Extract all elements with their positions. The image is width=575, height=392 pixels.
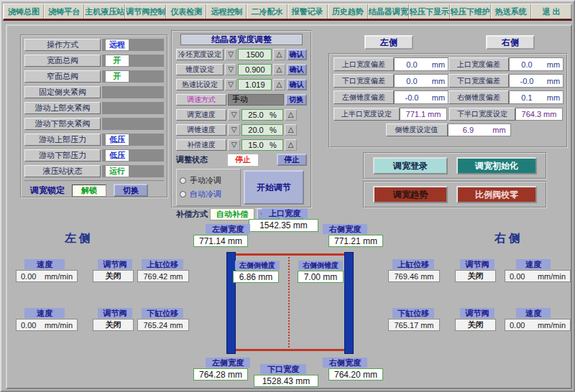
taper-set-value: 0.900 xyxy=(238,64,272,75)
right-taper-dev-value: 0.1 xyxy=(510,93,544,102)
manual-cold-adjust-option[interactable]: 手动冷调 xyxy=(180,175,237,186)
prop-valve-zero-button[interactable]: 比例阀校零 xyxy=(456,186,537,203)
cold-width-set-value: 1500 xyxy=(238,49,272,60)
taper-spin-up-icon[interactable]: △ xyxy=(273,64,285,75)
taper-speed-row: 调锥速度 ▽ 20.0 % △ xyxy=(176,123,307,136)
taper-confirm-button[interactable]: 确认 xyxy=(287,64,307,75)
speed-mode-row: 调速方式 手动 切换 xyxy=(176,93,307,106)
right-taper-value: 7.00 mm xyxy=(298,271,344,283)
menu-item-casting-platform[interactable]: 浇铸平台 xyxy=(44,4,84,19)
adjust-state-label: 调整状态 xyxy=(176,154,226,165)
auto-cold-radio-icon[interactable] xyxy=(180,191,186,197)
taper-spin-down-icon[interactable]: ▽ xyxy=(225,64,236,75)
menu-item-hot-delivery[interactable]: 热送系统 xyxy=(491,4,531,19)
menu-item-casting-overview[interactable]: 浇铸总图 xyxy=(4,4,44,19)
right-taper-dev-label: 右侧锥度偏差 xyxy=(448,90,509,104)
comp-speed-spin-down-icon[interactable]: ▽ xyxy=(228,139,240,151)
taper-speed-label: 调锥速度 xyxy=(176,124,226,136)
left-speed-1-value: 0.00 xyxy=(21,272,36,281)
left-taper-dev-label: 左侧锥度偏差 xyxy=(334,90,394,104)
cold-width-spin-up-icon[interactable]: △ xyxy=(273,49,285,60)
fixed-side-clamp-strip xyxy=(102,86,164,98)
narrow-face-valve-label: 窄面总阀 xyxy=(24,70,101,83)
manual-cold-radio-icon[interactable] xyxy=(180,177,186,184)
left-taper-label: 左侧倒锥度 xyxy=(235,261,280,270)
width-speed-row: 调宽速度 ▽ 25.0 % △ xyxy=(176,108,307,121)
left-speed-1-label: 速度 xyxy=(24,259,65,269)
hydraulic-state-value: 运行 xyxy=(106,166,129,177)
status-row-loose-upper-clamp: 游动上部夹紧阀 xyxy=(24,101,164,115)
start-adjust-button[interactable]: 开始调节 xyxy=(244,170,304,205)
mold-top-line xyxy=(236,253,344,256)
cold-width-confirm-button[interactable]: 确认 xyxy=(287,49,307,60)
bottom-width-label: 下口宽度 xyxy=(260,364,306,374)
stop-button[interactable]: 停止 xyxy=(277,154,307,166)
lower-width-set-label: 下半口宽度设定 xyxy=(449,108,515,121)
width-adjust-panel: 结晶器宽度调整 冷坯宽度设定 ▽ 1500 △ 确认 锥度设定 ▽ 0.900 … xyxy=(171,30,312,208)
comp-speed-label: 补偿速度 xyxy=(176,139,226,151)
right-taper-dev-unit: mm xyxy=(544,93,563,102)
cold-width-spin-down-icon[interactable]: ▽ xyxy=(225,49,236,60)
menu-item-valve-control[interactable]: 调节阀控制 xyxy=(125,4,166,19)
menu-item-history-trend[interactable]: 历史趋势 xyxy=(328,4,368,19)
right-bottom-width-dev-label: 下口宽度偏差 xyxy=(448,74,509,88)
left-bottom-width-dev-unit: mm xyxy=(429,77,448,85)
menu-item-hydraulic-station[interactable]: 主机液压站 xyxy=(84,4,125,19)
width-speed-spin-up-icon[interactable]: △ xyxy=(285,109,297,121)
lower-width-set-value: 764.3 mm xyxy=(515,108,563,121)
left-bottom-width-dev-value: 0.0 xyxy=(395,77,429,85)
comp-speed-spin-up-icon[interactable]: △ xyxy=(285,139,297,151)
menu-item-remote-control[interactable]: 远程控制 xyxy=(206,4,247,19)
mold-right-wall xyxy=(344,252,354,354)
right-upper-cyl-pos-value: 769.46 mm xyxy=(388,270,440,282)
right-lower-cyl-pos-value: 765.17 mm xyxy=(388,319,440,331)
menu-item-mold-width-adjust[interactable]: 结晶器调宽 xyxy=(368,4,409,19)
hot-speed-spin-up-icon[interactable]: △ xyxy=(273,79,285,90)
status-row-fixed-side-clamp: 固定侧夹紧阀 xyxy=(24,85,164,99)
width-login-button[interactable]: 调宽登录 xyxy=(373,157,448,174)
width-lock-toggle-button[interactable]: 切换 xyxy=(114,184,148,197)
taper-set-value-field: 6.9 mm xyxy=(448,123,511,136)
left-top-width-dev-field: 0.0 mm xyxy=(394,57,448,71)
valve-status-panel: 操作方式 远程 宽面总阀 开 窄面总阀 开 固定侧夹紧阀 游动上部夹紧阀 游动下 xyxy=(20,34,168,198)
left-valve-2-label: 调节阀 xyxy=(98,308,132,318)
width-trend-button[interactable]: 调宽趋势 xyxy=(373,186,448,203)
compensation-mode-value: 自动补偿 xyxy=(210,208,254,220)
wide-face-valve-value: 开 xyxy=(106,55,129,66)
auto-cold-adjust-option[interactable]: 自动冷调 xyxy=(180,189,237,200)
top-width-value: 1542.35 mm xyxy=(249,219,318,232)
menu-item-secondary-cooling[interactable]: 二冷配水 xyxy=(247,4,287,19)
comp-speed-field: 15.0 % xyxy=(242,139,283,151)
width-init-button[interactable]: 调宽初始化 xyxy=(456,157,537,174)
status-row-hydraulic-state: 液压站状态 运行 xyxy=(24,164,164,178)
right-side-header: 右侧 xyxy=(486,35,535,50)
deviation-panel: 上口宽度偏差 0.0 mm 下口宽度偏差 0.0 mm 左侧锥度偏差 xyxy=(328,53,568,148)
right-top-width-dev-row: 上口宽度偏差 0.0 mm xyxy=(448,57,564,71)
loose-lower-clamp-strip xyxy=(102,118,164,130)
menu-item-exit[interactable]: 退 出 xyxy=(531,4,571,19)
comp-speed-value: 15.0 xyxy=(248,141,263,149)
left-bottom-width-dev-label: 下口宽度偏差 xyxy=(334,74,394,88)
right-bottom-width-dev-unit: mm xyxy=(544,77,563,85)
menu-item-alarm-record[interactable]: 报警记录 xyxy=(288,4,328,19)
width-speed-spin-down-icon[interactable]: ▽ xyxy=(228,109,240,121)
hot-speed-spin-down-icon[interactable]: ▽ xyxy=(225,79,236,90)
hot-speed-confirm-button[interactable]: 确认 xyxy=(287,79,307,90)
speed-mode-toggle-button[interactable]: 切换 xyxy=(285,94,307,106)
menu-item-soft-reduction-display[interactable]: 轻压下显示 xyxy=(409,4,450,19)
right-taper-label: 右侧倒锥度 xyxy=(298,261,343,270)
menu-item-soft-reduction-maint[interactable]: 轻压下维护 xyxy=(450,4,491,19)
taper-speed-spin-down-icon[interactable]: ▽ xyxy=(228,124,240,136)
deviation-columns: 上口宽度偏差 0.0 mm 下口宽度偏差 0.0 mm 左侧锥度偏差 xyxy=(334,57,563,107)
right-station-header: 右侧 xyxy=(494,231,523,246)
right-speed-2-field: 0.00 mm/min xyxy=(505,319,571,331)
top-left-width-value: 771.14 mm xyxy=(193,235,248,247)
width-lock-row: 调宽锁定 解锁 切换 xyxy=(24,180,164,197)
operation-mode-strip: 远程 xyxy=(102,39,164,51)
narrow-face-valve-value: 开 xyxy=(106,71,129,82)
manual-cold-adjust-label: 手动冷调 xyxy=(190,175,221,186)
right-valve-2-value: 关闭 xyxy=(455,319,496,331)
menu-item-instrument-check[interactable]: 仪表检测 xyxy=(166,4,206,19)
width-speed-value: 25.0 xyxy=(248,111,263,119)
taper-speed-spin-up-icon[interactable]: △ xyxy=(285,124,297,136)
